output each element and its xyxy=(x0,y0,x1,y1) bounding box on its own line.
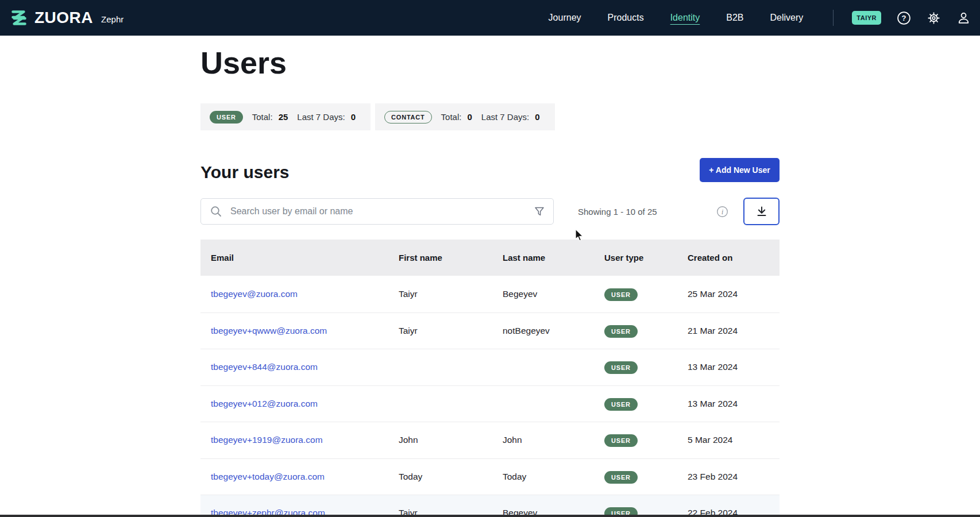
zuora-logo-icon xyxy=(8,7,30,29)
user-first-name: Taiyr xyxy=(399,289,503,299)
user-total-value: 25 xyxy=(279,112,288,122)
user-last7-value: 0 xyxy=(351,112,356,122)
user-type-badge: USER xyxy=(604,361,638,374)
search-icon xyxy=(210,205,222,218)
user-profile-icon[interactable] xyxy=(956,10,971,25)
nav-divider xyxy=(833,10,834,26)
zuora-wordmark: ZUORA xyxy=(34,9,93,27)
add-new-user-button[interactable]: + Add New User xyxy=(700,158,780,182)
user-created-date: 5 Mar 2024 xyxy=(688,435,780,445)
user-created-date: 13 Mar 2024 xyxy=(688,362,780,372)
table-body: tbegeyev@zuora.com Taiyr Begeyev USER 25… xyxy=(200,276,780,517)
user-first-name: Taiyr xyxy=(399,326,503,336)
download-button[interactable] xyxy=(743,198,780,225)
table-row[interactable]: tbegeyev+844@zuora.com USER 13 Mar 2024 xyxy=(200,349,780,385)
settings-gear-icon[interactable] xyxy=(926,10,941,25)
user-type-badge: USER xyxy=(604,325,638,338)
stats-bar: USER Total: 25 Last 7 Days: 0 CONTACT To… xyxy=(200,103,780,130)
contact-last7-value: 0 xyxy=(535,112,539,122)
table-toolbar: Showing 1 - 10 of 25 i xyxy=(200,198,780,225)
contact-stats-segment: CONTACT Total: 0 Last 7 Days: 0 xyxy=(375,103,554,130)
primary-nav: JourneyProductsIdentityB2BDelivery xyxy=(549,13,804,23)
contact-total-label: Total: xyxy=(441,112,462,122)
user-stat-badge: USER xyxy=(210,111,243,124)
table-row[interactable]: tbegeyev+zephr@zuora.com Taiyr Begeyev U… xyxy=(200,495,780,517)
user-type-badge: USER xyxy=(604,471,638,484)
column-header-last-name: Last name xyxy=(503,253,604,263)
table-row[interactable]: tbegeyev+1919@zuora.com John John USER 5… xyxy=(200,422,780,458)
contact-stat-badge: CONTACT xyxy=(384,111,432,124)
column-header-created-on: Created on xyxy=(688,253,780,263)
user-email-link[interactable]: tbegeyev@zuora.com xyxy=(211,289,298,299)
table-row[interactable]: tbegeyev+today@zuora.com Today Today USE… xyxy=(200,458,780,495)
account-badge[interactable]: TAIYR xyxy=(852,11,881,25)
user-last-name: Begeyev xyxy=(503,289,604,299)
download-icon xyxy=(755,205,769,218)
column-header-user-type: User type xyxy=(604,253,688,263)
user-total-label: Total: xyxy=(252,112,273,122)
user-email-link[interactable]: tbegeyev+qwww@zuora.com xyxy=(211,326,327,335)
user-type-badge: USER xyxy=(604,288,638,301)
contact-last7-label: Last 7 Days: xyxy=(481,112,529,122)
users-table: Email First name Last name User type Cre… xyxy=(200,240,780,517)
nav-identity[interactable]: Identity xyxy=(670,13,700,23)
nav-journey[interactable]: Journey xyxy=(549,13,581,23)
help-icon[interactable]: ? xyxy=(896,10,911,25)
user-type-badge: USER xyxy=(604,398,638,411)
user-last-name: John xyxy=(503,435,604,445)
table-row[interactable]: tbegeyev+qwww@zuora.com Taiyr notBegeyev… xyxy=(200,312,780,349)
contact-total-value: 0 xyxy=(467,112,472,122)
user-email-link[interactable]: tbegeyev+today@zuora.com xyxy=(211,472,325,481)
column-header-first-name: First name xyxy=(399,253,503,263)
showing-range-text: Showing 1 - 10 of 25 xyxy=(578,207,657,217)
user-type-badge: USER xyxy=(604,434,638,447)
user-email-link[interactable]: tbegeyev+844@zuora.com xyxy=(211,362,318,372)
viewport-bottom-edge xyxy=(0,515,980,517)
svg-text:i: i xyxy=(721,208,723,215)
section-title: Your users xyxy=(200,163,290,182)
user-created-date: 25 Mar 2024 xyxy=(688,289,780,299)
user-stats-segment: USER Total: 25 Last 7 Days: 0 xyxy=(200,103,371,130)
user-email-link[interactable]: tbegeyev+1919@zuora.com xyxy=(211,435,323,445)
user-last7-label: Last 7 Days: xyxy=(297,112,345,122)
table-row[interactable]: tbegeyev@zuora.com Taiyr Begeyev USER 25… xyxy=(200,276,780,312)
svg-text:?: ? xyxy=(901,14,906,22)
nav-delivery[interactable]: Delivery xyxy=(770,13,804,23)
page-title: Users xyxy=(200,46,780,79)
table-header-row: Email First name Last name User type Cre… xyxy=(200,240,780,276)
nav-b2b[interactable]: B2B xyxy=(726,13,743,23)
search-input[interactable] xyxy=(229,206,527,217)
user-created-date: 21 Mar 2024 xyxy=(688,326,780,336)
column-header-email: Email xyxy=(200,253,399,263)
user-last-name: Today xyxy=(503,472,604,482)
user-first-name: Today xyxy=(399,472,503,482)
user-created-date: 23 Feb 2024 xyxy=(688,472,780,482)
user-email-link[interactable]: tbegeyev+012@zuora.com xyxy=(211,399,318,408)
user-last-name: notBegeyev xyxy=(503,326,604,336)
product-name: Zephr xyxy=(101,14,124,24)
nav-products[interactable]: Products xyxy=(608,13,644,23)
top-navigation-bar: ZUORA Zephr JourneyProductsIdentityB2BDe… xyxy=(0,0,980,36)
search-box[interactable] xyxy=(200,198,554,225)
user-first-name: John xyxy=(399,435,503,445)
table-row[interactable]: tbegeyev+012@zuora.com USER 13 Mar 2024 xyxy=(200,385,780,422)
filter-icon[interactable] xyxy=(534,206,545,217)
info-icon[interactable]: i xyxy=(716,205,728,218)
brand[interactable]: ZUORA Zephr xyxy=(8,7,124,29)
user-created-date: 13 Mar 2024 xyxy=(688,399,780,409)
